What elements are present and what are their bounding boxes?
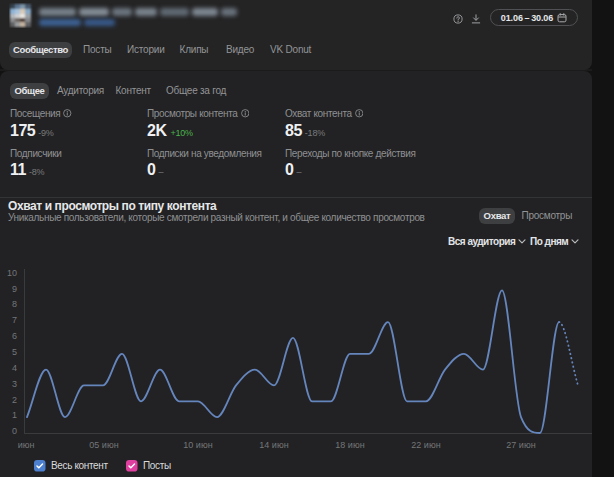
svg-text:0: 0 (12, 426, 17, 436)
svg-text:1: 1 (12, 410, 17, 420)
svg-text:2: 2 (12, 394, 17, 404)
svg-text:3: 3 (12, 378, 17, 388)
svg-text:22 июн: 22 июн (411, 440, 440, 450)
svg-text:10: 10 (7, 267, 17, 277)
svg-text:июн: июн (18, 440, 35, 450)
svg-text:18 июн: 18 июн (335, 440, 364, 450)
svg-text:9: 9 (12, 283, 17, 293)
svg-text:14 июн: 14 июн (259, 440, 288, 450)
svg-text:7: 7 (12, 315, 17, 325)
svg-text:8: 8 (12, 299, 17, 309)
svg-text:05 июн: 05 июн (89, 440, 118, 450)
svg-text:10 июн: 10 июн (183, 440, 212, 450)
svg-text:4: 4 (12, 362, 17, 372)
svg-text:27 июн: 27 июн (506, 440, 535, 450)
svg-text:6: 6 (12, 331, 17, 341)
svg-text:5: 5 (12, 346, 17, 356)
